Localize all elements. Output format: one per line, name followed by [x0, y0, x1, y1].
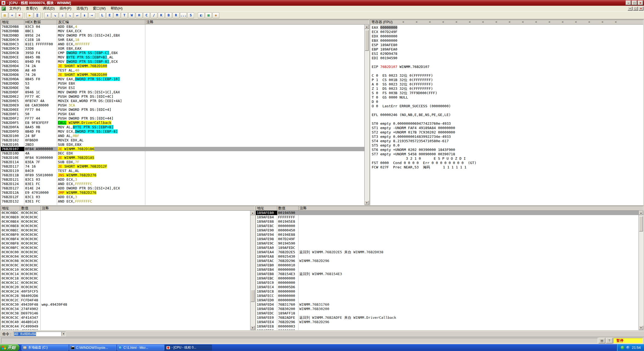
minimize-button[interactable]: –	[626, 1, 631, 5]
cpu-window-button[interactable]: C	[143, 12, 150, 18]
disasm-row[interactable]: 76B2D0D6A8 40TEST AL,40	[1, 68, 364, 73]
execute-till-user-button[interactable]: ↨	[81, 12, 88, 18]
menu-file[interactable]: 文件(F)	[7, 5, 23, 11]
register-line[interactable]: C 0 ES 0023 32位 0(FFFFFFFF)	[372, 73, 643, 78]
executables-window-button[interactable]: E	[106, 12, 113, 18]
register-line[interactable]: EIP 76B2D107 WINMM.76B2D107	[372, 65, 643, 69]
dump-row[interactable]: 0C0C0C1C0C0C0C0C	[1, 281, 250, 285]
disasm-row[interactable]: 76B2D0F5E8 9F83FEFFCALL WINMM.DriverCall…	[1, 121, 364, 125]
disasm-row[interactable]: 76B2D0D1894D F8MOV DWORD PTR SS:[EBP-8],…	[1, 60, 364, 64]
command-text[interactable]: 4D 0x0D0x0A	[14, 332, 61, 336]
restart-button[interactable]: «	[9, 12, 16, 18]
disasm-row[interactable]: 76B2D13283E1 FCAND ECX,FFFFFFFC	[1, 199, 364, 204]
disasm-row[interactable]: 76B2D0FD8B4D F8MOV ECX,DWORD PTR SS:[EBP…	[1, 129, 364, 134]
scroll-up-button[interactable]: ▲	[639, 211, 643, 215]
scroll-thumb[interactable]	[251, 290, 255, 302]
execute-till-return-button[interactable]: ↵	[74, 12, 81, 18]
dump-row[interactable]: 0C0C0BF00C0C0C0C	[1, 233, 250, 237]
register-line[interactable]: FCW 027F Prec NEAR,53 掩码 1 1 1 1 1 1	[372, 165, 643, 169]
register-line[interactable]: ST3 empty 0.0000000014839922734e-4933	[372, 135, 643, 139]
register-line[interactable]: FST 0000 Cond 0 0 0 0 Err 0 0 0 0 0 0 0 …	[372, 161, 643, 165]
register-line[interactable]: EBP 189AFEA0	[372, 47, 643, 52]
disasm-row[interactable]: 76B2D1052BD3SUB EDX,EBX	[1, 142, 364, 147]
references-window-button[interactable]: R	[173, 12, 179, 18]
dump-row[interactable]: 0C0C0BDC0C0C0C0C	[1, 211, 250, 215]
dump-row[interactable]: 0C0C0BE00C0C0C0C	[1, 215, 250, 219]
dump-row[interactable]: 0C0C0C48455F0700	[1, 329, 250, 330]
scroll-thumb[interactable]	[639, 216, 643, 231]
register-line[interactable]: A 0 SS 0023 32位 0(FFFFFFFF)	[372, 82, 643, 87]
step-over-button[interactable]: ↘	[52, 12, 58, 18]
dump-row[interactable]: 0C0C0BEC0C0C0C0C	[1, 228, 250, 233]
disasm-row[interactable]: 76B2D0D474 2AJE SHORT WINMM.76B2D100	[1, 64, 364, 68]
register-line[interactable]: S 0 FS 003B 32位 7FF9D000(FFF)	[372, 91, 643, 95]
disasm-row[interactable]: 76B2D12F83C1 03ADD ECX,3	[1, 195, 364, 199]
stack-row[interactable]: 189AFEAC76B2D296WINMM.76B2D296	[256, 259, 639, 263]
register-line[interactable]: ST5 empty 0.0	[372, 143, 643, 148]
stack-row[interactable]: 189AFE8C00000000	[256, 224, 639, 228]
menu-help[interactable]: 帮助(H)	[108, 5, 125, 11]
register-line[interactable]	[372, 60, 643, 65]
disasm-row[interactable]: 76B2D0BB8BC1MOV EAX,ECX	[1, 29, 364, 33]
register-line[interactable]: P 1 CS 001B 32位 0(FFFFFFFF)	[372, 78, 643, 82]
disasm-row[interactable]: 76B2D0E968 CA030000PUSH 3CA	[1, 103, 364, 108]
register-line[interactable]: EAX 00000000	[372, 25, 643, 30]
disassembly-scrollbar[interactable]: ▲ ▼	[364, 25, 369, 205]
log-window-button[interactable]: L	[99, 12, 106, 18]
disasm-row[interactable]: 76B2D0E50FB747 4AMOVZX EAX,WORD PTR DS:[…	[1, 99, 364, 103]
register-line[interactable]: T 0 GS 0000 NULL	[372, 95, 643, 100]
dump-row[interactable]: 0C0C0C000C0C0C0C	[1, 250, 250, 254]
open-button[interactable]: ▤	[1, 12, 8, 18]
menu-debug[interactable]: 调试(D)	[40, 5, 57, 11]
register-line[interactable]: ST6 empty +UNORM 0202 00390000 1843F900	[372, 148, 643, 152]
command-input[interactable]: 4D 0x0D0x0A ▼	[13, 332, 66, 336]
register-line[interactable]: EFL 00000246 (NO,NB,E,BE,NS,PE,GE,LE)	[372, 113, 643, 117]
pause-button[interactable]: ‖	[34, 12, 41, 18]
menu-options[interactable]: 选项(T)	[74, 5, 90, 11]
disasm-row[interactable]: 76B2D0EEFF77 04PUSH DWORD PTR DS:[EDI+4]	[1, 108, 364, 112]
close-program-button[interactable]: ×	[16, 12, 23, 18]
disasm-row[interactable]: 76B2D127014E 24ADD DWORD PTR DS:[ESI+24]…	[1, 186, 364, 191]
source-window-button[interactable]: S	[187, 12, 194, 18]
dump-row[interactable]: 0C0C0C100C0C0C0C	[1, 267, 250, 272]
tools-button[interactable]: ◈	[212, 12, 219, 18]
stack-row[interactable]: 189AFE88001945E8	[256, 219, 639, 224]
dump-row[interactable]: 0C0C0BF40C0C0C0C	[1, 237, 250, 241]
dump-row[interactable]: 0C0C0BE40C0C0C0C	[1, 219, 250, 224]
dump-row[interactable]: 0C0C0C3049439F48wmp.49439F48	[1, 302, 250, 307]
stack-row[interactable]: 189AFEB000000010	[256, 263, 639, 267]
stack-row[interactable]: 189AFE9C90194590	[256, 241, 639, 246]
disasm-row[interactable]: 76B2D1020FB6D0MOVZX EDX,AL	[1, 138, 364, 142]
register-line[interactable]: 3 2 1 0 E S P U O Z D I	[372, 156, 643, 161]
register-line[interactable]: ECX 007D249F	[372, 30, 643, 34]
step-into-button[interactable]: ↓	[44, 12, 51, 18]
disasm-row[interactable]: 76B2D0CE8845 0BMOV BYTE PTR SS:[EBP+B],A…	[1, 55, 364, 60]
dump-row[interactable]: 0C0C0C2440F5FCF5	[1, 289, 250, 294]
disasm-row[interactable]: 76B2D0DD53PUSH EBX	[1, 81, 364, 86]
disasm-row[interactable]: 76B2D0DA8B45 F0MOV EAX,DWORD PTR SS:[EBP…	[1, 77, 364, 81]
callstack-window-button[interactable]: K	[158, 12, 165, 18]
stack-row[interactable]: 189AFEA476B2D2E5返回到 WINMM.76B2D2E5 来自 WI…	[256, 250, 639, 254]
patches-window-button[interactable]: /	[150, 12, 157, 18]
appearance-button[interactable]: ▦	[205, 12, 212, 18]
disasm-row[interactable]: 76B2D0BD895E 24MOV DWORD PTR DS:[ESI+24]…	[1, 33, 364, 38]
tray-shield-icon[interactable]	[621, 346, 624, 349]
stack-row[interactable]: 189AFEC4000005D6	[256, 285, 639, 289]
disasm-row[interactable]: 76B2D0C381E1 FFFFFF00AND ECX,0FFFFFF	[1, 42, 364, 46]
stack-row[interactable]: 189AFEE800000003	[256, 324, 639, 329]
start-button[interactable]: 开始	[0, 344, 19, 351]
dump-row[interactable]: 0C0C0C140C0C0C0C	[1, 272, 250, 276]
dump-row[interactable]: 0C0C0C38D6979146	[1, 311, 250, 316]
register-line[interactable]: ST4 empty 8.2193570572354710580e-617	[372, 139, 643, 143]
disasm-row[interactable]: 76B2D10D4ADEC EDX	[1, 151, 364, 156]
threads-window-button[interactable]: T	[121, 12, 128, 18]
stack-row[interactable]: 189AFEB400000000	[256, 267, 639, 272]
scroll-down-button[interactable]: ▼	[250, 326, 255, 330]
handles-window-button[interactable]: H	[136, 12, 143, 18]
restore-button[interactable]: □	[632, 1, 637, 5]
stack-row[interactable]: 189AFE8000194590	[256, 211, 639, 215]
stack-row[interactable]: 189AFEEC00000000	[256, 329, 639, 330]
task-internet-explorer[interactable]: C:\1.html - Micr...	[117, 345, 164, 350]
scroll-up-button[interactable]: ▲	[250, 211, 255, 215]
memory-window-button[interactable]: M	[114, 12, 120, 18]
